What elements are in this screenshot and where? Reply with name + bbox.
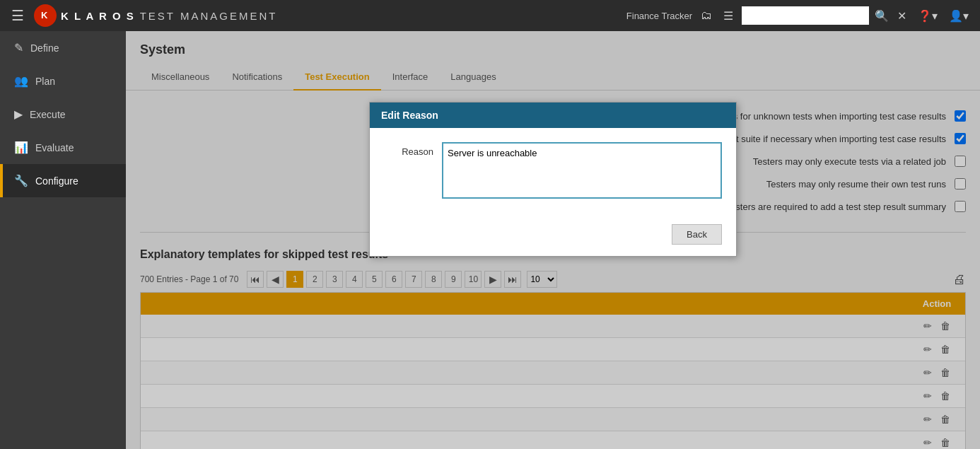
modal-footer: Back <box>370 224 736 256</box>
navbar-right: Finance Tracker 🗂 ☰ 🔍 ✕ ❓▾ 👤▾ <box>626 6 972 25</box>
help-button[interactable]: ❓▾ <box>915 8 940 24</box>
sidebar-item-label-execute: Execute <box>30 109 66 120</box>
plan-icon: 👥 <box>14 74 28 88</box>
modal-back-button[interactable]: Back <box>672 224 722 245</box>
sidebar-item-label-define: Define <box>30 42 59 54</box>
modal-body: Reason Server is unreachable <box>370 128 736 224</box>
sidebar: ✎ Define 👥 Plan ▶ Execute 📊 Evaluate 🔧 C… <box>0 31 126 449</box>
modal-reason-textarea[interactable]: Server is unreachable <box>442 142 722 199</box>
sidebar-item-label-evaluate: Evaluate <box>35 142 74 153</box>
svg-text:K: K <box>41 10 48 21</box>
sidebar-item-plan[interactable]: 👥 Plan <box>0 64 126 98</box>
main-content: System Miscellaneous Notifications Test … <box>126 31 980 449</box>
modal-reason-label: Reason <box>384 142 433 157</box>
project-name: Finance Tracker <box>626 11 692 21</box>
sidebar-item-configure[interactable]: 🔧 Configure <box>0 164 126 197</box>
modal-reason-field: Reason Server is unreachable <box>384 142 722 199</box>
sidebar-item-evaluate[interactable]: 📊 Evaluate <box>0 131 126 164</box>
user-button[interactable]: 👤▾ <box>946 8 972 24</box>
project-icon-button[interactable]: 🗂 <box>698 8 715 23</box>
sidebar-item-define[interactable]: ✎ Define <box>0 31 126 64</box>
search-input[interactable] <box>742 6 869 25</box>
sidebar-item-execute[interactable]: ▶ Execute <box>0 98 126 131</box>
layout: ✎ Define 👥 Plan ▶ Execute 📊 Evaluate 🔧 C… <box>0 31 980 449</box>
modal-overlay: Edit Reason Reason Server is unreachable… <box>126 31 980 449</box>
define-icon: ✎ <box>14 41 23 54</box>
modal-header: Edit Reason <box>370 103 736 128</box>
execute-icon: ▶ <box>14 107 23 121</box>
configure-icon: 🔧 <box>14 174 28 187</box>
evaluate-icon: 📊 <box>14 141 28 154</box>
sidebar-item-label-plan: Plan <box>35 76 55 87</box>
sidebar-item-label-configure: Configure <box>35 175 78 187</box>
app-title: K L A R O S TEST MANAGEMENT <box>61 10 277 22</box>
search-button[interactable]: 🔍 <box>875 9 889 23</box>
logo: K K L A R O S TEST MANAGEMENT <box>34 4 277 27</box>
edit-reason-modal: Edit Reason Reason Server is unreachable… <box>369 102 737 257</box>
logo-icon: K <box>34 4 57 27</box>
list-icon-button[interactable]: ☰ <box>721 8 736 24</box>
menu-button[interactable]: ☰ <box>8 7 27 24</box>
close-search-button[interactable]: ✕ <box>894 8 909 24</box>
navbar: ☰ K K L A R O S TEST MANAGEMENT Finance … <box>0 0 980 31</box>
